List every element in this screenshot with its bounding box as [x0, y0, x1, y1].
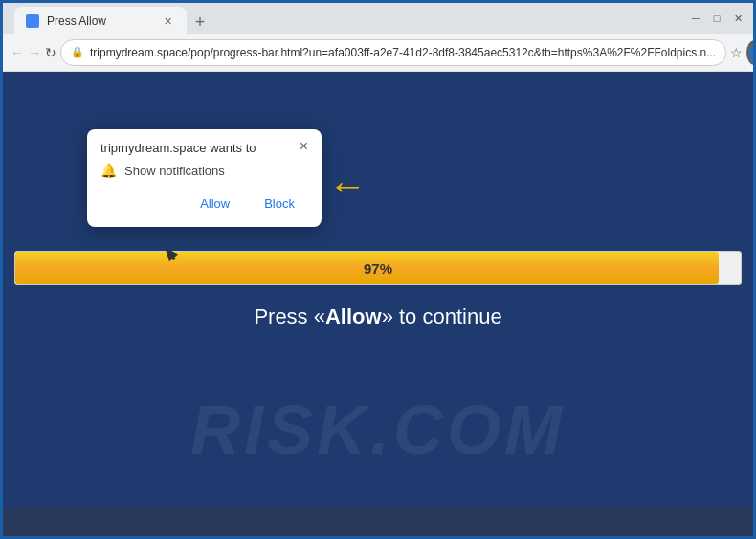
notification-popup: tripmydream.space wants to × 🔔 Show noti…: [87, 129, 322, 227]
profile-button[interactable]: 👤: [746, 40, 756, 65]
block-button[interactable]: Block: [251, 191, 308, 215]
press-allow-text: Press «Allow» to continue: [254, 304, 501, 329]
notification-label-text: Show notifications: [124, 164, 225, 178]
address-bar[interactable]: 🔒 tripmydream.space/pop/progress-bar.htm…: [60, 39, 726, 66]
popup-title: tripmydream.space wants to: [100, 141, 256, 155]
window-controls: ─ □ ✕: [688, 11, 745, 26]
tabs-bar: Press Allow ✕ +: [11, 1, 688, 35]
allow-bold-text: Allow: [325, 304, 382, 328]
maximize-button[interactable]: □: [709, 11, 724, 26]
title-bar: Press Allow ✕ + ─ □ ✕: [3, 3, 753, 34]
progress-label: 97%: [364, 259, 392, 276]
progress-bar-container: 97%: [14, 251, 742, 285]
bell-icon: 🔔: [100, 163, 117, 178]
popup-close-button[interactable]: ×: [300, 139, 308, 154]
bookmark-button[interactable]: ☆: [730, 39, 743, 66]
forward-button[interactable]: →: [28, 39, 41, 66]
tab-favicon: [26, 14, 39, 28]
browser-window: Press Allow ✕ + ─ □ ✕ ← → ↻ 🔒 tripmydrea…: [3, 3, 753, 72]
reload-button[interactable]: ↻: [45, 39, 56, 66]
watermark-text: RISK.COM: [190, 391, 566, 469]
lock-icon: 🔒: [71, 46, 84, 58]
new-tab-button[interactable]: +: [187, 9, 213, 35]
navigation-bar: ← → ↻ 🔒 tripmydream.space/pop/progress-b…: [3, 34, 753, 72]
active-tab[interactable]: Press Allow ✕: [14, 7, 187, 35]
page-content: RISK.COM ← 97% Press «Allow» to continue…: [3, 72, 753, 507]
minimize-button[interactable]: ─: [688, 11, 703, 26]
url-text: tripmydream.space/pop/progress-bar.html?…: [90, 46, 716, 59]
arrow-indicator: ←: [328, 168, 367, 211]
popup-notification-row: 🔔 Show notifications: [100, 163, 308, 178]
allow-button[interactable]: Allow: [187, 191, 243, 215]
tab-close-button[interactable]: ✕: [160, 13, 175, 29]
back-button[interactable]: ←: [11, 39, 24, 66]
close-button[interactable]: ✕: [730, 11, 745, 26]
tab-title: Press Allow: [47, 14, 106, 28]
popup-buttons: Allow Block: [100, 191, 308, 215]
popup-header: tripmydream.space wants to ×: [100, 141, 308, 155]
